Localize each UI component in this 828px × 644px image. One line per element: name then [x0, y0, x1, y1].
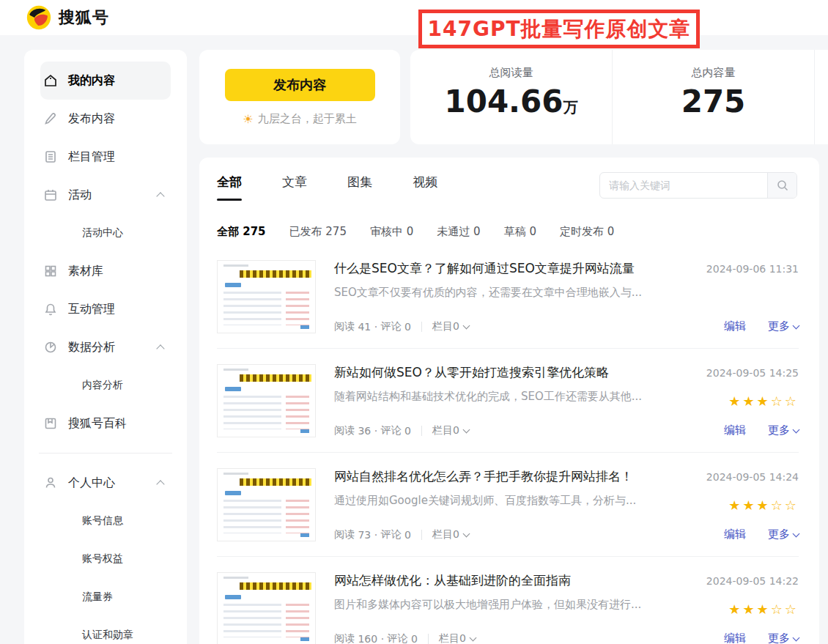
bell-icon — [43, 302, 58, 317]
footer-divider — [421, 426, 422, 436]
column-dropdown[interactable]: 栏目0 — [432, 424, 469, 437]
sidebar-subitem-traffic-coupon[interactable]: 流量券 — [24, 578, 187, 616]
article-row: 网站自然排名优化怎么弄？手把手教你提升网站排名！ 通过使用如Google关键词规… — [217, 452, 799, 556]
sidebar-subitem-account-info[interactable]: 账号信息 — [24, 502, 187, 540]
sidebar-subitem-label: 账号信息 — [82, 514, 123, 528]
sidebar-subitem-certification[interactable]: 认证和勋章 — [24, 616, 187, 644]
thumb-decoration — [223, 264, 248, 267]
article-meta: 2024-09-05 14:24 ★★★☆☆ 编辑 更多 — [659, 468, 799, 541]
stars-filled: ★★★ — [728, 602, 770, 617]
article-meta: 2024-09-05 14:25 ★★★☆☆ 编辑 更多 — [659, 364, 799, 437]
chevron-up-icon — [156, 344, 164, 352]
filter-count: 0 — [407, 225, 414, 238]
article-title[interactable]: 什么是SEO文章？了解如何通过SEO文章提升网站流量 — [334, 260, 659, 276]
sidebar-subitem-label: 账号权益 — [82, 552, 123, 566]
sidebar-item-my-content[interactable]: 我的内容 — [40, 62, 171, 100]
article-thumbnail[interactable] — [217, 364, 316, 437]
dot-separator: · — [381, 633, 384, 644]
filter-drafts[interactable]: 草稿 0 — [504, 225, 536, 239]
top-header: 搜狐号 — [0, 0, 828, 35]
stat-total-contents: 总内容量 275 — [613, 50, 815, 144]
sidebar-item-column-manage[interactable]: 栏目管理 — [24, 138, 187, 176]
thumb-decoration — [286, 292, 309, 325]
column-dropdown[interactable]: 栏目0 — [432, 528, 469, 541]
filter-reviewing[interactable]: 审核中 0 — [370, 225, 413, 239]
more-button[interactable]: 更多 — [768, 319, 799, 333]
more-button[interactable]: 更多 — [768, 423, 799, 437]
stars-empty: ☆☆ — [771, 602, 799, 617]
column-label: 栏目0 — [432, 424, 459, 437]
thumb-decoration — [286, 604, 309, 637]
thumb-decoration — [223, 396, 281, 429]
sidebar-item-publish[interactable]: 发布内容 — [24, 100, 187, 138]
edit-button[interactable]: 编辑 — [724, 528, 746, 541]
comments-count: 0 — [404, 529, 411, 541]
sidebar-item-label: 个人中心 — [68, 475, 115, 491]
publish-content-button[interactable]: 发布内容 — [225, 69, 375, 101]
stat-label: 总阅读量 — [410, 66, 612, 80]
footer-divider — [421, 322, 422, 332]
article-description: SEO文章不仅要有优质的内容，还需要在文章中合理地嵌入与... — [334, 286, 659, 300]
article-body: 什么是SEO文章？了解如何通过SEO文章提升网站流量 SEO文章不仅要有优质的内… — [334, 260, 659, 333]
sidebar-item-baike[interactable]: 搜狐号百科 — [24, 404, 187, 443]
article-footer: 阅读 36 · 评论 0 栏目0 — [334, 424, 659, 437]
sidebar-item-label: 互动管理 — [68, 302, 115, 317]
sidebar-subitem-label: 流量券 — [82, 591, 113, 604]
article-thumbnail[interactable] — [217, 572, 316, 644]
more-label: 更多 — [768, 528, 790, 541]
filter-scheduled[interactable]: 定时发布 0 — [560, 225, 614, 239]
filter-all[interactable]: 全部 275 — [217, 225, 266, 239]
sidebar-item-label: 栏目管理 — [68, 149, 115, 165]
sidebar-item-data-analysis[interactable]: 数据分析 — [24, 328, 187, 366]
sidebar-item-label: 我的内容 — [68, 73, 115, 89]
sidebar-subitem-activity-center[interactable]: 活动中心 — [24, 214, 187, 252]
sidebar-item-interaction-manage[interactable]: 互动管理 — [24, 290, 187, 328]
article-meta: 2024-09-06 11:31 编辑 更多 — [659, 260, 799, 333]
article-description: 随着网站结构和基础技术优化的完成，SEO工作还需要从其他... — [334, 390, 659, 404]
article-actions: 编辑 更多 — [724, 528, 799, 541]
stars-filled: ★★★ — [728, 393, 770, 409]
sohu-logo[interactable]: 搜狐号 — [26, 5, 109, 30]
column-dropdown[interactable]: 栏目0 — [432, 320, 469, 333]
tab-articles[interactable]: 文章 — [282, 174, 307, 201]
home-icon — [43, 73, 58, 88]
filter-published[interactable]: 已发布 275 — [289, 225, 347, 239]
sidebar-item-activity[interactable]: 活动 — [24, 176, 187, 214]
search-input[interactable] — [600, 173, 767, 198]
column-dropdown[interactable]: 栏目0 — [439, 632, 476, 644]
dot-separator: · — [374, 425, 377, 437]
tab-videos[interactable]: 视频 — [413, 174, 437, 201]
comments-count: 0 — [411, 633, 418, 644]
edit-button[interactable]: 编辑 — [724, 319, 746, 333]
filter-rejected[interactable]: 未通过 0 — [437, 225, 480, 239]
article-thumbnail[interactable] — [217, 468, 316, 541]
article-date: 2024-09-05 14:25 — [706, 367, 799, 379]
thumb-decoration — [223, 369, 248, 371]
more-button[interactable]: 更多 — [768, 528, 799, 541]
sidebar: 我的内容 发布内容 栏目管理 活动 活动中心 素材库 互动管理 数据分析 内容分… — [24, 50, 187, 644]
article-title[interactable]: 网站自然排名优化怎么弄？手把手教你提升网站排名！ — [334, 468, 659, 484]
chevron-down-icon — [793, 322, 800, 329]
thumb-decoration — [225, 283, 241, 287]
article-title[interactable]: 新站如何做SEO？从零开始打造搜索引擎优化策略 — [334, 364, 659, 380]
sidebar-subitem-content-analysis[interactable]: 内容分析 — [24, 366, 187, 404]
search-button[interactable] — [767, 173, 796, 198]
edit-button[interactable]: 编辑 — [724, 632, 746, 644]
tab-galleries[interactable]: 图集 — [347, 174, 372, 201]
reads-label: 阅读 — [334, 632, 355, 644]
sidebar-item-personal-center[interactable]: 个人中心 — [24, 464, 187, 502]
more-button[interactable]: 更多 — [768, 632, 799, 644]
sidebar-subitem-account-rights[interactable]: 账号权益 — [24, 540, 187, 578]
comments-label: 评论 — [381, 320, 402, 333]
dot-separator: · — [374, 321, 377, 333]
thumb-decoration — [225, 595, 241, 599]
more-label: 更多 — [768, 319, 790, 333]
filter-count: 0 — [529, 225, 536, 238]
promo-banner: 147GPT批量写作原创文章 — [418, 10, 700, 48]
article-thumbnail[interactable] — [217, 260, 316, 333]
tab-all[interactable]: 全部 — [217, 174, 242, 201]
edit-button[interactable]: 编辑 — [724, 423, 746, 437]
sidebar-item-material-library[interactable]: 素材库 — [24, 252, 187, 290]
article-title[interactable]: 网站怎样做优化：从基础到进阶的全面指南 — [334, 572, 659, 588]
motto-text: 九层之台，起于累土 — [258, 112, 357, 126]
